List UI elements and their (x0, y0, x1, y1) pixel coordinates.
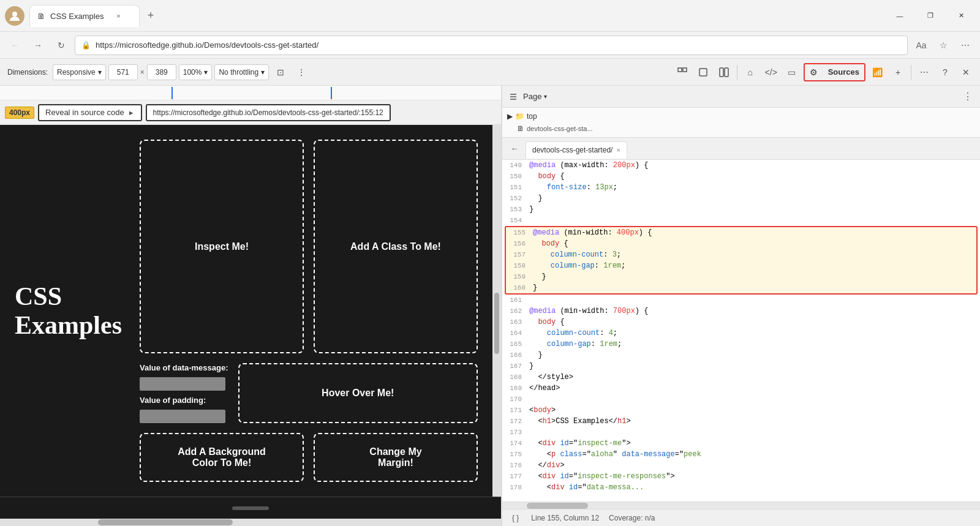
page-dropdown[interactable]: Page ▾ (523, 89, 547, 105)
sources-tab-close[interactable]: × (616, 146, 620, 154)
devtools-help-btn[interactable]: ? (936, 64, 954, 80)
change-margin-btn[interactable]: Change My Margin! (314, 433, 478, 482)
sources-tab-label[interactable]: Sources (823, 67, 864, 77)
active-tab[interactable]: 🗎 CSS Examples × (29, 5, 140, 27)
code-line-157: 157 column-count: 3; (506, 249, 976, 260)
sources-file-label: devtools-css-get-started/ (532, 146, 612, 154)
code-line-158: 158 column-gap: 1rem; (506, 260, 976, 271)
height-input[interactable]: 389 (147, 64, 176, 80)
code-line-156: 156 body { (506, 238, 976, 249)
refresh-button[interactable]: ↻ (51, 36, 71, 55)
code-line-170: 170 (502, 394, 980, 405)
browser-window: 🗎 CSS Examples × + — ❐ ✕ ← → ↻ 🔒 https:/… (0, 0, 980, 526)
sources-icon-btn[interactable]: ⚙ (805, 64, 823, 80)
layout-btn[interactable] (715, 64, 733, 80)
add-bg-color-btn[interactable]: Add A Background Color To Me! (140, 433, 304, 482)
page-content-area: CSS Examples Inspect Me! Add A Class To … (0, 125, 501, 526)
title-bar: 🗎 CSS Examples × + — ❐ ✕ (0, 0, 980, 32)
address-bar[interactable]: 🔒 https://microsoftedge.github.io/Demos/… (75, 36, 908, 55)
zoom-arrow: ▾ (204, 68, 208, 77)
add-class-btn[interactable]: Add A Class To Me! (314, 140, 478, 353)
code-line-165: 165 column-gap: 1rem; (502, 339, 980, 350)
home-btn[interactable]: ⌂ (741, 64, 760, 80)
code-line-174: 174 <div id="inspect-me"> (502, 438, 980, 449)
tree-arrow: ▶ (507, 112, 513, 121)
file-icon: 🗎 (517, 124, 524, 133)
code-line-154: 154 (502, 215, 980, 226)
sources-back-btn[interactable]: ← (507, 141, 522, 156)
tab-bar: 🗎 CSS Examples × + (29, 5, 881, 27)
reveal-source-code-button[interactable]: Reveal in source code ► (38, 104, 142, 121)
navigation-bar: ← → ↻ 🔒 https://microsoftedge.github.io/… (0, 32, 980, 59)
inspect-me-btn[interactable]: Inspect Me! (140, 140, 304, 353)
back-button[interactable]: ← (5, 36, 24, 55)
screen-cast-btn[interactable]: ▭ (783, 64, 801, 80)
ruler-marker-left (172, 87, 173, 99)
code-line-171: 171 <body> (502, 405, 980, 416)
devtools-close-btn[interactable]: ✕ (957, 64, 975, 80)
restore-button[interactable]: ❐ (916, 6, 944, 26)
inspect-element-btn[interactable] (673, 64, 692, 80)
code-line-163: 163 body { (502, 317, 980, 328)
code-h-scrollbar[interactable] (502, 502, 980, 509)
padding-label: Value of padding: (140, 396, 228, 405)
width-input[interactable]: 571 (108, 64, 138, 80)
padding-input[interactable] (140, 410, 225, 423)
throttle-dropdown[interactable]: No throttling ▾ (214, 64, 269, 80)
code-line-172: 172 <h1>CSS Examples</h1> (502, 416, 980, 427)
highlighted-code-block: 155 @media (min-width: 400px) { 156 body… (505, 226, 978, 295)
braces-btn[interactable]: { } (510, 513, 521, 524)
tab-close-btn[interactable]: × (113, 11, 123, 21)
forward-button[interactable]: → (28, 36, 48, 55)
px-badge: 400px (5, 107, 34, 119)
status-bar: { } Line 155, Column 12 Coverage: n/a (502, 509, 980, 526)
file-tree-item[interactable]: 🗎 devtools-css-get-sta... (502, 122, 980, 135)
viewport-scrollbar[interactable] (492, 125, 501, 497)
device-toggle-btn[interactable] (694, 64, 712, 80)
new-tab-button[interactable]: + (142, 7, 159, 24)
minimize-button[interactable]: — (886, 6, 914, 26)
sources-header: ← devtools-css-get-started/ × (502, 138, 980, 160)
svg-rect-4 (720, 68, 723, 77)
throttle-arrow: ▾ (261, 68, 265, 77)
code-line-177: 177 <div id="inspect-me-responses"> (502, 471, 980, 482)
code-line-155: 155 @media (min-width: 400px) { (506, 227, 976, 238)
tab-favicon: 🗎 (37, 12, 45, 21)
responsive-dropdown[interactable]: Responsive ▾ (53, 64, 106, 80)
data-message-input[interactable] (140, 377, 225, 391)
reading-view-btn[interactable]: Aa (911, 36, 931, 55)
toolbar-more-btn[interactable]: ⋮ (292, 64, 311, 80)
code-line-176: 176 </div> (502, 460, 980, 471)
ruler-area (0, 86, 501, 100)
code-line-152: 152 } (502, 193, 980, 204)
top-tree-item[interactable]: ▶ 📁 top (502, 110, 980, 122)
close-button[interactable]: ✕ (947, 6, 975, 26)
add-tab-btn[interactable]: + (889, 64, 907, 80)
devtools-more-btn[interactable]: ⋯ (915, 64, 933, 80)
profile-icon[interactable] (5, 6, 24, 26)
ua-button[interactable]: ⊡ (271, 64, 290, 80)
nav-icon-btn[interactable] (506, 89, 521, 104)
hover-over-me-btn[interactable]: Hover Over Me! (238, 363, 478, 423)
horizontal-scrollbar[interactable] (0, 519, 501, 526)
devtools-right-panel: Page ▾ ⋮ ▶ 📁 top 🗎 devtools-css-get-sta.… (502, 86, 980, 526)
h-scrollbar-thumb (98, 519, 233, 525)
page-dd-arrow: ▾ (544, 93, 547, 100)
zoom-dropdown[interactable]: 100% ▾ (179, 64, 213, 80)
source-url-display[interactable]: https://microsoftedge.github.io/Demos/de… (146, 104, 391, 121)
sources-file-tab[interactable]: devtools-css-get-started/ × (526, 141, 627, 159)
page-label: Page (523, 92, 541, 101)
browser-more-btn[interactable]: ⋯ (956, 36, 975, 55)
file-item-label: devtools-css-get-sta... (527, 125, 593, 132)
top-item-label: top (527, 112, 537, 121)
code-line-166: 166 } (502, 350, 980, 361)
page-more-btn[interactable]: ⋮ (959, 88, 976, 105)
ruler-marker-right (331, 87, 332, 99)
code-line-167: 167 } (502, 361, 980, 372)
code-btn[interactable]: </> (762, 64, 780, 80)
wifi-icon[interactable]: 📶 (868, 64, 886, 80)
page-bottom-bar (0, 497, 501, 519)
drag-handle[interactable] (232, 506, 269, 510)
browser-actions: Aa ☆ ⋯ (911, 36, 975, 55)
favorites-btn[interactable]: ☆ (933, 36, 953, 55)
